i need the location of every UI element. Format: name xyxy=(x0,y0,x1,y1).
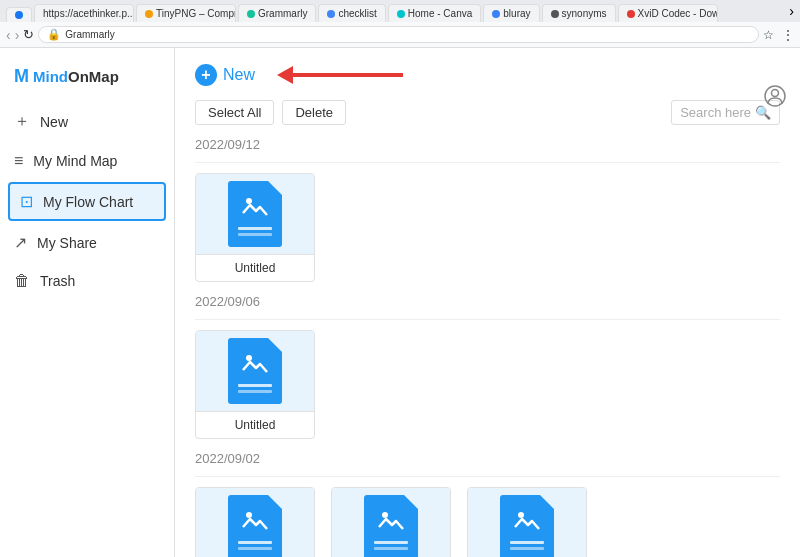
date-label-2: 2022/09/06 xyxy=(195,294,780,309)
nav-extensions: ☆ ⋮ xyxy=(763,28,794,42)
svg-rect-0 xyxy=(241,193,269,221)
file-line-1 xyxy=(510,541,544,544)
image-icon xyxy=(513,507,541,535)
svg-rect-2 xyxy=(241,350,269,378)
sidebar: M MindOnMap ＋ New ≡ My Mind Map ⊡ My Flo… xyxy=(0,48,175,557)
nav-ext-star[interactable]: ☆ xyxy=(763,28,774,42)
browser-tabs: https://acethinker.p... TinyPNG – Compre… xyxy=(0,0,800,22)
browser-tab-synonyms[interactable]: synonyms xyxy=(542,4,616,22)
browser-tab-fb[interactable] xyxy=(6,7,32,22)
nav-forward[interactable]: › xyxy=(15,27,20,43)
svg-point-1 xyxy=(246,198,252,204)
svg-point-6 xyxy=(518,512,524,518)
svg-point-4 xyxy=(246,512,252,518)
file-doc-icon xyxy=(228,495,282,557)
file-card[interactable] xyxy=(467,487,587,557)
lock-icon: 🔒 xyxy=(47,28,61,41)
file-card[interactable] xyxy=(195,487,315,557)
main-header: + New xyxy=(195,64,780,86)
trash-icon: 🗑 xyxy=(14,272,30,290)
new-button[interactable]: + New xyxy=(195,64,255,86)
toolbar: Select All Delete Search here 🔍 xyxy=(195,100,780,125)
sidebar-item-my-flow-chart[interactable]: ⊡ My Flow Chart xyxy=(8,182,166,221)
sidebar-item-share-label: My Share xyxy=(37,235,97,251)
logo-text: MindOnMap xyxy=(33,68,119,86)
file-grid-1: Untitled xyxy=(195,173,780,282)
sidebar-item-mind-map-label: My Mind Map xyxy=(33,153,117,169)
new-plus-circle: + xyxy=(195,64,217,86)
new-button-label: New xyxy=(223,66,255,84)
search-placeholder: Search here xyxy=(680,105,751,120)
delete-button[interactable]: Delete xyxy=(282,100,346,125)
mind-map-icon: ≡ xyxy=(14,152,23,170)
sidebar-item-new-label: New xyxy=(40,114,68,130)
date-label-1: 2022/09/12 xyxy=(195,137,780,152)
svg-point-5 xyxy=(382,512,388,518)
red-arrow-annotation xyxy=(277,66,403,84)
image-icon xyxy=(377,507,405,535)
image-icon xyxy=(241,507,269,535)
browser-tab-grammarly[interactable]: Grammarly xyxy=(238,4,316,22)
browser-nav-bar: ‹ › ↻ 🔒 Grammarly ☆ ⋮ xyxy=(0,22,800,48)
browser-tab-xvid[interactable]: XviD Codec - Down... xyxy=(618,4,718,22)
svg-point-8 xyxy=(772,90,779,97)
browser-tab-checklist[interactable]: checklist xyxy=(318,4,385,22)
user-icon xyxy=(764,85,786,107)
plus-icon: ＋ xyxy=(14,111,30,132)
main-content: + New Select All Delete Search here 🔍 xyxy=(175,48,800,557)
file-card[interactable] xyxy=(331,487,451,557)
file-card[interactable]: Untitled xyxy=(195,330,315,439)
sidebar-item-my-share[interactable]: ↗ My Share xyxy=(0,223,174,262)
file-doc-icon xyxy=(228,338,282,404)
sidebar-item-my-mind-map[interactable]: ≡ My Mind Map xyxy=(0,142,174,180)
date-divider-2 xyxy=(195,319,780,320)
app-logo: M MindOnMap xyxy=(0,58,174,101)
file-line-1 xyxy=(238,541,272,544)
nav-menu[interactable]: ⋮ xyxy=(782,28,794,42)
file-grid-2: Untitled xyxy=(195,330,780,439)
file-card-icon xyxy=(468,488,586,557)
app-container: M MindOnMap ＋ New ≡ My Mind Map ⊡ My Flo… xyxy=(0,48,800,557)
date-label-3: 2022/09/02 xyxy=(195,451,780,466)
browser-tab-bluray[interactable]: bluray xyxy=(483,4,539,22)
file-line-1 xyxy=(238,384,272,387)
date-section-3: 2022/09/02 xyxy=(195,451,780,557)
share-icon: ↗ xyxy=(14,233,27,252)
svg-point-3 xyxy=(246,355,252,361)
sidebar-item-flow-chart-label: My Flow Chart xyxy=(43,194,133,210)
url-bar[interactable]: 🔒 Grammarly xyxy=(38,26,759,43)
select-all-button[interactable]: Select All xyxy=(195,100,274,125)
file-card-icon xyxy=(332,488,450,557)
new-tab-button[interactable]: › xyxy=(789,3,794,19)
browser-tab-tinypng[interactable]: TinyPNG – Compre... xyxy=(136,4,236,22)
file-line-2 xyxy=(510,547,544,550)
file-line-2 xyxy=(238,390,272,393)
file-card-name: Untitled xyxy=(196,411,314,438)
browser-tab-canva[interactable]: Home - Canva xyxy=(388,4,481,22)
file-line-1 xyxy=(374,541,408,544)
file-doc-icon xyxy=(364,495,418,557)
image-icon xyxy=(241,350,269,378)
user-profile-icon[interactable] xyxy=(764,85,786,112)
file-line-2 xyxy=(374,547,408,550)
file-line-1 xyxy=(238,227,272,230)
logo-icon: M xyxy=(14,66,29,87)
nav-back[interactable]: ‹ xyxy=(6,27,11,43)
date-divider-3 xyxy=(195,476,780,477)
arrow-body xyxy=(293,73,403,77)
url-text: Grammarly xyxy=(65,29,114,40)
nav-refresh[interactable]: ↻ xyxy=(23,27,34,42)
file-doc-icon xyxy=(500,495,554,557)
date-divider-1 xyxy=(195,162,780,163)
file-card-icon xyxy=(196,331,314,411)
arrow-head-icon xyxy=(277,66,293,84)
file-card-icon xyxy=(196,174,314,254)
file-card[interactable]: Untitled xyxy=(195,173,315,282)
file-grid-3 xyxy=(195,487,780,557)
file-line-2 xyxy=(238,547,272,550)
sidebar-item-new[interactable]: ＋ New xyxy=(0,101,174,142)
file-card-name: Untitled xyxy=(196,254,314,281)
browser-tab-acethinker[interactable]: https://acethinker.p... xyxy=(34,4,134,22)
sidebar-item-trash[interactable]: 🗑 Trash xyxy=(0,262,174,300)
file-doc-icon xyxy=(228,181,282,247)
